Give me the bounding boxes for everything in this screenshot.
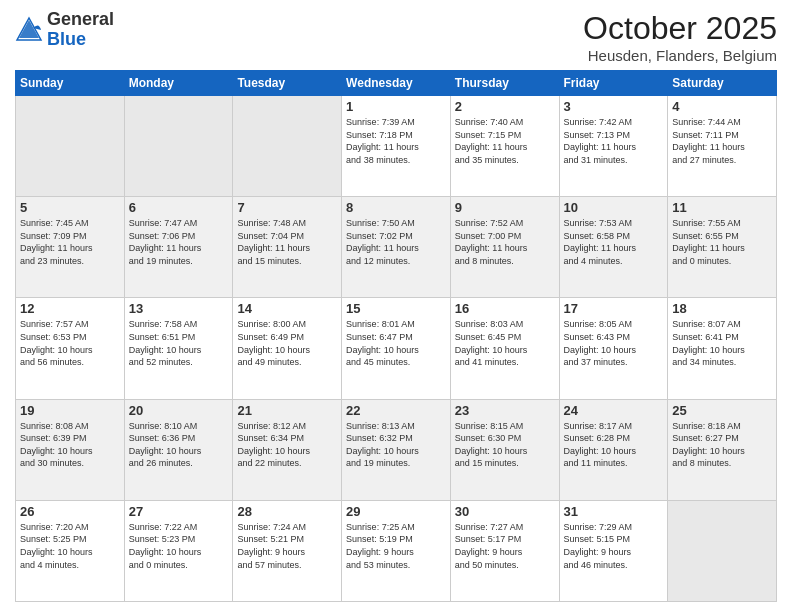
- col-monday: Monday: [124, 71, 233, 96]
- day-num-13: 13: [129, 301, 229, 316]
- day-num-8: 8: [346, 200, 446, 215]
- day-num-12: 12: [20, 301, 120, 316]
- day-info-22: Sunrise: 8:13 AM Sunset: 6:32 PM Dayligh…: [346, 420, 446, 470]
- day-num-25: 25: [672, 403, 772, 418]
- cell-0-0: [16, 96, 125, 197]
- day-info-3: Sunrise: 7:42 AM Sunset: 7:13 PM Dayligh…: [564, 116, 664, 166]
- svg-marker-0: [19, 20, 39, 38]
- header: General Blue October 2025 Heusden, Fland…: [15, 10, 777, 64]
- col-tuesday: Tuesday: [233, 71, 342, 96]
- cell-4-3: 29Sunrise: 7:25 AM Sunset: 5:19 PM Dayli…: [342, 500, 451, 601]
- day-info-19: Sunrise: 8:08 AM Sunset: 6:39 PM Dayligh…: [20, 420, 120, 470]
- cell-0-2: [233, 96, 342, 197]
- cell-1-0: 5Sunrise: 7:45 AM Sunset: 7:09 PM Daylig…: [16, 197, 125, 298]
- day-num-19: 19: [20, 403, 120, 418]
- day-info-12: Sunrise: 7:57 AM Sunset: 6:53 PM Dayligh…: [20, 318, 120, 368]
- cell-3-6: 25Sunrise: 8:18 AM Sunset: 6:27 PM Dayli…: [668, 399, 777, 500]
- cell-2-6: 18Sunrise: 8:07 AM Sunset: 6:41 PM Dayli…: [668, 298, 777, 399]
- logo-general-text: General: [47, 9, 114, 29]
- day-num-31: 31: [564, 504, 664, 519]
- cell-3-3: 22Sunrise: 8:13 AM Sunset: 6:32 PM Dayli…: [342, 399, 451, 500]
- day-info-16: Sunrise: 8:03 AM Sunset: 6:45 PM Dayligh…: [455, 318, 555, 368]
- cell-2-1: 13Sunrise: 7:58 AM Sunset: 6:51 PM Dayli…: [124, 298, 233, 399]
- col-saturday: Saturday: [668, 71, 777, 96]
- day-info-27: Sunrise: 7:22 AM Sunset: 5:23 PM Dayligh…: [129, 521, 229, 571]
- week-row-3: 19Sunrise: 8:08 AM Sunset: 6:39 PM Dayli…: [16, 399, 777, 500]
- day-info-9: Sunrise: 7:52 AM Sunset: 7:00 PM Dayligh…: [455, 217, 555, 267]
- cell-0-3: 1Sunrise: 7:39 AM Sunset: 7:18 PM Daylig…: [342, 96, 451, 197]
- logo: General Blue: [15, 10, 114, 50]
- day-num-23: 23: [455, 403, 555, 418]
- day-info-10: Sunrise: 7:53 AM Sunset: 6:58 PM Dayligh…: [564, 217, 664, 267]
- day-info-5: Sunrise: 7:45 AM Sunset: 7:09 PM Dayligh…: [20, 217, 120, 267]
- day-info-2: Sunrise: 7:40 AM Sunset: 7:15 PM Dayligh…: [455, 116, 555, 166]
- cell-4-2: 28Sunrise: 7:24 AM Sunset: 5:21 PM Dayli…: [233, 500, 342, 601]
- day-num-20: 20: [129, 403, 229, 418]
- cell-0-1: [124, 96, 233, 197]
- day-num-27: 27: [129, 504, 229, 519]
- cell-2-4: 16Sunrise: 8:03 AM Sunset: 6:45 PM Dayli…: [450, 298, 559, 399]
- cell-3-4: 23Sunrise: 8:15 AM Sunset: 6:30 PM Dayli…: [450, 399, 559, 500]
- day-info-4: Sunrise: 7:44 AM Sunset: 7:11 PM Dayligh…: [672, 116, 772, 166]
- week-row-2: 12Sunrise: 7:57 AM Sunset: 6:53 PM Dayli…: [16, 298, 777, 399]
- col-wednesday: Wednesday: [342, 71, 451, 96]
- cell-0-6: 4Sunrise: 7:44 AM Sunset: 7:11 PM Daylig…: [668, 96, 777, 197]
- day-num-6: 6: [129, 200, 229, 215]
- cell-2-5: 17Sunrise: 8:05 AM Sunset: 6:43 PM Dayli…: [559, 298, 668, 399]
- day-num-17: 17: [564, 301, 664, 316]
- day-info-7: Sunrise: 7:48 AM Sunset: 7:04 PM Dayligh…: [237, 217, 337, 267]
- col-friday: Friday: [559, 71, 668, 96]
- calendar-table: Sunday Monday Tuesday Wednesday Thursday…: [15, 70, 777, 602]
- cell-1-3: 8Sunrise: 7:50 AM Sunset: 7:02 PM Daylig…: [342, 197, 451, 298]
- day-num-14: 14: [237, 301, 337, 316]
- day-num-26: 26: [20, 504, 120, 519]
- cell-2-2: 14Sunrise: 8:00 AM Sunset: 6:49 PM Dayli…: [233, 298, 342, 399]
- cell-0-5: 3Sunrise: 7:42 AM Sunset: 7:13 PM Daylig…: [559, 96, 668, 197]
- page: General Blue October 2025 Heusden, Fland…: [0, 0, 792, 612]
- cell-4-6: [668, 500, 777, 601]
- calendar-header-row: Sunday Monday Tuesday Wednesday Thursday…: [16, 71, 777, 96]
- col-sunday: Sunday: [16, 71, 125, 96]
- day-info-30: Sunrise: 7:27 AM Sunset: 5:17 PM Dayligh…: [455, 521, 555, 571]
- cell-1-1: 6Sunrise: 7:47 AM Sunset: 7:06 PM Daylig…: [124, 197, 233, 298]
- day-num-30: 30: [455, 504, 555, 519]
- day-num-21: 21: [237, 403, 337, 418]
- week-row-0: 1Sunrise: 7:39 AM Sunset: 7:18 PM Daylig…: [16, 96, 777, 197]
- day-info-6: Sunrise: 7:47 AM Sunset: 7:06 PM Dayligh…: [129, 217, 229, 267]
- week-row-1: 5Sunrise: 7:45 AM Sunset: 7:09 PM Daylig…: [16, 197, 777, 298]
- day-info-26: Sunrise: 7:20 AM Sunset: 5:25 PM Dayligh…: [20, 521, 120, 571]
- week-row-4: 26Sunrise: 7:20 AM Sunset: 5:25 PM Dayli…: [16, 500, 777, 601]
- cell-0-4: 2Sunrise: 7:40 AM Sunset: 7:15 PM Daylig…: [450, 96, 559, 197]
- day-num-22: 22: [346, 403, 446, 418]
- day-num-28: 28: [237, 504, 337, 519]
- day-num-29: 29: [346, 504, 446, 519]
- day-info-1: Sunrise: 7:39 AM Sunset: 7:18 PM Dayligh…: [346, 116, 446, 166]
- day-info-11: Sunrise: 7:55 AM Sunset: 6:55 PM Dayligh…: [672, 217, 772, 267]
- day-num-2: 2: [455, 99, 555, 114]
- location: Heusden, Flanders, Belgium: [583, 47, 777, 64]
- day-num-10: 10: [564, 200, 664, 215]
- day-num-7: 7: [237, 200, 337, 215]
- day-info-31: Sunrise: 7:29 AM Sunset: 5:15 PM Dayligh…: [564, 521, 664, 571]
- day-num-3: 3: [564, 99, 664, 114]
- day-num-4: 4: [672, 99, 772, 114]
- cell-4-1: 27Sunrise: 7:22 AM Sunset: 5:23 PM Dayli…: [124, 500, 233, 601]
- day-info-24: Sunrise: 8:17 AM Sunset: 6:28 PM Dayligh…: [564, 420, 664, 470]
- day-num-5: 5: [20, 200, 120, 215]
- day-info-28: Sunrise: 7:24 AM Sunset: 5:21 PM Dayligh…: [237, 521, 337, 571]
- cell-3-0: 19Sunrise: 8:08 AM Sunset: 6:39 PM Dayli…: [16, 399, 125, 500]
- day-num-9: 9: [455, 200, 555, 215]
- day-num-15: 15: [346, 301, 446, 316]
- day-info-14: Sunrise: 8:00 AM Sunset: 6:49 PM Dayligh…: [237, 318, 337, 368]
- day-info-25: Sunrise: 8:18 AM Sunset: 6:27 PM Dayligh…: [672, 420, 772, 470]
- calendar-header: Sunday Monday Tuesday Wednesday Thursday…: [16, 71, 777, 96]
- cell-3-2: 21Sunrise: 8:12 AM Sunset: 6:34 PM Dayli…: [233, 399, 342, 500]
- cell-3-1: 20Sunrise: 8:10 AM Sunset: 6:36 PM Dayli…: [124, 399, 233, 500]
- cell-4-4: 30Sunrise: 7:27 AM Sunset: 5:17 PM Dayli…: [450, 500, 559, 601]
- calendar-body: 1Sunrise: 7:39 AM Sunset: 7:18 PM Daylig…: [16, 96, 777, 602]
- day-info-17: Sunrise: 8:05 AM Sunset: 6:43 PM Dayligh…: [564, 318, 664, 368]
- day-num-1: 1: [346, 99, 446, 114]
- day-info-23: Sunrise: 8:15 AM Sunset: 6:30 PM Dayligh…: [455, 420, 555, 470]
- cell-1-4: 9Sunrise: 7:52 AM Sunset: 7:00 PM Daylig…: [450, 197, 559, 298]
- cell-2-0: 12Sunrise: 7:57 AM Sunset: 6:53 PM Dayli…: [16, 298, 125, 399]
